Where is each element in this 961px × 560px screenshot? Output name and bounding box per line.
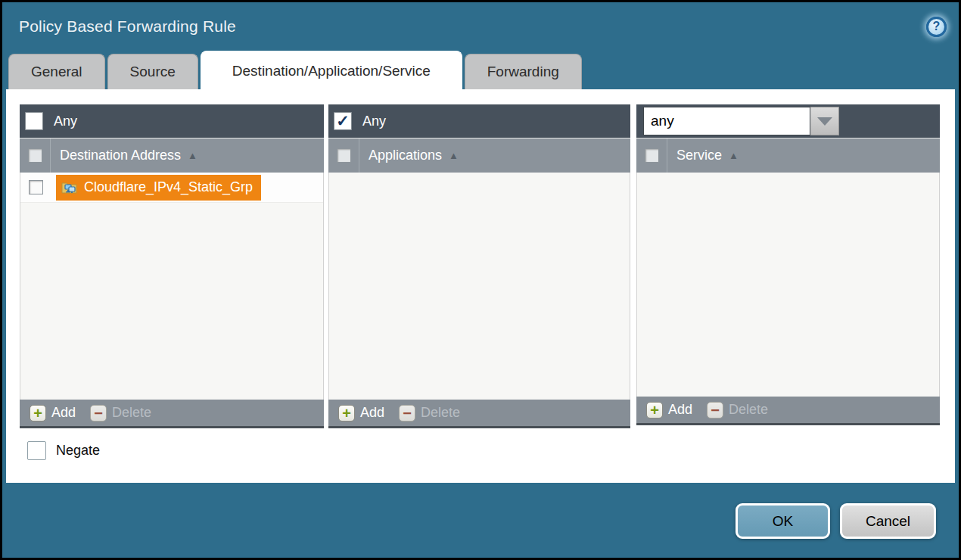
service-footer: + Add − Delete (636, 397, 940, 423)
destination-item-label: Cloudflare_IPv4_Static_Grp (84, 179, 253, 195)
destination-list: Cloudflare_IPv4_Static_Grp (20, 173, 324, 400)
negate-label: Negate (56, 443, 100, 459)
destination-any-checkbox[interactable] (25, 112, 43, 130)
service-type-dropdown[interactable]: any (643, 107, 839, 135)
ok-button[interactable]: OK (736, 503, 830, 539)
delete-icon: − (399, 405, 415, 422)
service-header-label: Service (676, 148, 722, 163)
title-bar: Policy Based Forwarding Rule ? (2, 2, 959, 51)
sort-ascending-icon: ▲ (449, 150, 459, 161)
service-dropdown-value[interactable]: any (643, 107, 810, 135)
applications-footer: + Add − Delete (328, 400, 630, 426)
applications-select-all-checkbox[interactable] (337, 148, 351, 163)
service-column-header: Service ▲ (636, 138, 940, 173)
destination-any-bar: Any (20, 104, 324, 138)
destination-address-column: Any Destination Address ▲ (20, 104, 324, 428)
service-list (636, 173, 940, 397)
applications-header-label: Applications (369, 148, 442, 163)
applications-any-bar: ✓ Any (328, 104, 630, 138)
destination-header-label: Destination Address (60, 148, 181, 163)
service-any-bar: any (636, 104, 940, 138)
service-column: any Service ▲ (636, 104, 940, 425)
applications-column-header: Applications ▲ (328, 138, 630, 173)
tab-general[interactable]: General (8, 54, 105, 89)
destination-delete-button[interactable]: − Delete (90, 405, 151, 422)
applications-column: ✓ Any Applications ▲ + Add (328, 104, 630, 428)
sort-ascending-icon: ▲ (729, 150, 739, 161)
service-select-all-checkbox[interactable] (645, 148, 659, 163)
service-delete-button[interactable]: − Delete (707, 402, 768, 418)
destination-add-button[interactable]: + Add (30, 405, 90, 422)
service-add-button[interactable]: + Add (646, 402, 707, 418)
dropdown-arrow-icon (817, 117, 832, 126)
destination-any-label: Any (54, 114, 77, 129)
policy-based-forwarding-rule-dialog: Policy Based Forwarding Rule ? General S… (0, 0, 961, 560)
add-icon: + (338, 405, 355, 422)
cancel-button[interactable]: Cancel (840, 503, 936, 539)
destination-header-sort[interactable]: Destination Address ▲ (60, 148, 197, 163)
applications-header-sort[interactable]: Applications ▲ (369, 148, 459, 163)
destination-list-item[interactable]: Cloudflare_IPv4_Static_Grp (20, 173, 323, 203)
tab-destination-application-service[interactable]: Destination/Application/Service (201, 51, 462, 89)
selector-columns: Any Destination Address ▲ (20, 104, 955, 428)
negate-checkbox[interactable] (27, 441, 46, 460)
applications-list (328, 173, 630, 400)
applications-add-button[interactable]: + Add (338, 405, 399, 422)
address-group-icon (61, 181, 77, 194)
tab-forwarding[interactable]: Forwarding (465, 54, 582, 89)
service-header-sort[interactable]: Service ▲ (676, 148, 739, 163)
applications-any-label: Any (362, 114, 386, 129)
delete-icon: − (90, 405, 107, 422)
tab-bar: General Source Destination/Application/S… (2, 51, 959, 89)
service-dropdown-button[interactable] (810, 107, 839, 135)
destination-item-selected[interactable]: Cloudflare_IPv4_Static_Grp (56, 175, 261, 201)
destination-footer: + Add − Delete (20, 400, 324, 426)
add-icon: + (646, 402, 663, 418)
negate-row: Negate (27, 441, 955, 460)
destination-item-checkbox[interactable] (29, 180, 43, 194)
help-icon[interactable]: ? (926, 17, 947, 37)
applications-any-checkbox[interactable]: ✓ (334, 112, 352, 130)
add-icon: + (30, 405, 46, 422)
sort-ascending-icon: ▲ (188, 150, 197, 161)
applications-delete-button[interactable]: − Delete (399, 405, 460, 422)
delete-icon: − (707, 402, 723, 418)
action-bar: OK Cancel (736, 503, 936, 539)
destination-select-all-checkbox[interactable] (28, 148, 42, 163)
tab-content-panel: Any Destination Address ▲ (6, 89, 955, 483)
dialog-title: Policy Based Forwarding Rule (19, 17, 236, 36)
destination-column-header: Destination Address ▲ (20, 138, 324, 173)
tab-source[interactable]: Source (107, 54, 198, 89)
